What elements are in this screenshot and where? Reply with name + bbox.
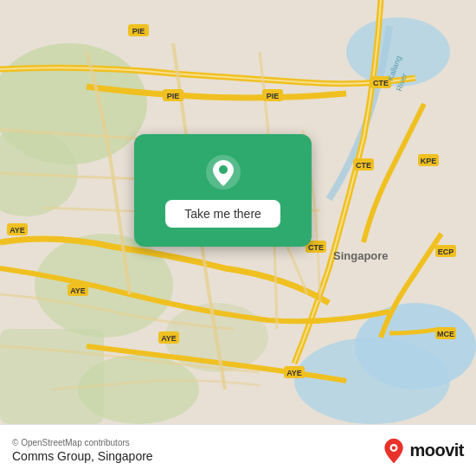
svg-point-42 xyxy=(392,446,396,449)
svg-text:CTE: CTE xyxy=(373,79,389,87)
take-me-there-button[interactable]: Take me there xyxy=(165,200,280,228)
map-view: PIE PIE PIE CTE CTE CTE KPE ECP AYE AYE … xyxy=(0,0,476,424)
svg-text:Singapore: Singapore xyxy=(333,249,389,262)
bottom-left-info: © OpenStreetMap contributors Comms Group… xyxy=(12,438,153,463)
svg-point-40 xyxy=(219,165,228,174)
svg-text:KPE: KPE xyxy=(421,157,437,165)
moovit-branding: moovit xyxy=(382,437,464,465)
location-label: Comms Group, Singapore xyxy=(12,449,153,463)
moovit-logo-icon xyxy=(382,437,406,465)
bottom-bar: © OpenStreetMap contributors Comms Group… xyxy=(0,424,476,476)
svg-text:AYE: AYE xyxy=(161,334,177,343)
svg-text:MCE: MCE xyxy=(437,330,454,338)
osm-attribution: © OpenStreetMap contributors xyxy=(12,438,153,447)
svg-text:ECP: ECP xyxy=(438,248,454,256)
svg-text:CTE: CTE xyxy=(308,243,324,252)
svg-rect-6 xyxy=(0,329,104,424)
svg-point-9 xyxy=(294,338,450,424)
location-popup: Take me there xyxy=(134,134,312,247)
svg-text:AYE: AYE xyxy=(70,286,86,295)
svg-text:PIE: PIE xyxy=(267,92,280,100)
svg-text:AYE: AYE xyxy=(10,226,25,235)
svg-text:CTE: CTE xyxy=(356,161,371,170)
svg-text:PIE: PIE xyxy=(167,92,180,100)
svg-point-7 xyxy=(346,17,450,87)
moovit-text-label: moovit xyxy=(409,441,464,460)
map-pin-icon xyxy=(204,153,242,191)
svg-text:PIE: PIE xyxy=(132,27,145,35)
svg-text:AYE: AYE xyxy=(286,369,302,377)
